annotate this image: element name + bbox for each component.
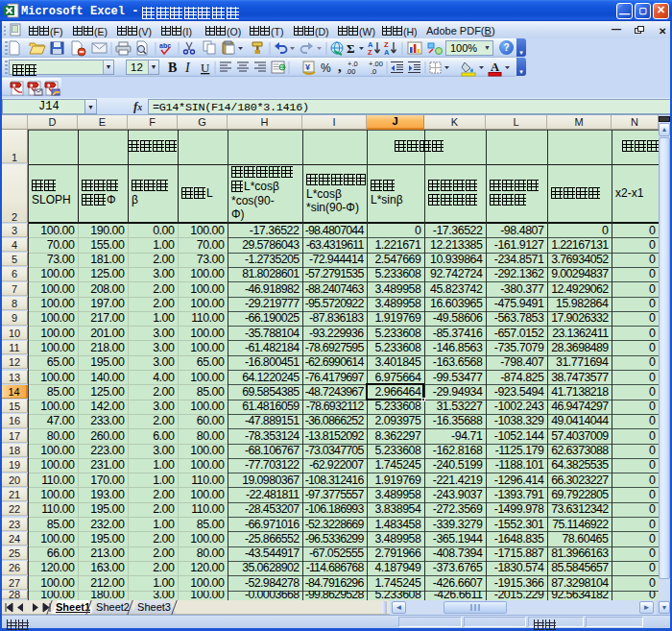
svg-text:,: , (338, 59, 342, 74)
svg-text:Z: Z (368, 48, 372, 57)
svg-text:%: % (321, 61, 331, 75)
svg-text:Σ: Σ (347, 41, 355, 56)
svg-text:U: U (201, 61, 210, 75)
svg-text:A: A (491, 61, 499, 74)
svg-text:I: I (184, 61, 191, 75)
svg-text:A: A (384, 48, 390, 57)
svg-text:.0: .0 (371, 67, 376, 76)
svg-text:.00: .00 (346, 67, 355, 76)
svg-text:¥: ¥ (305, 62, 310, 72)
svg-text:B: B (168, 61, 177, 75)
